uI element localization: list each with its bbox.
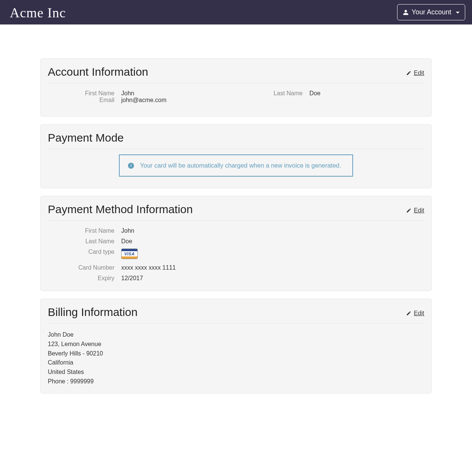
your-account-button[interactable]: Your Account	[397, 4, 465, 20]
payment-mode-panel: Payment Mode i Your card will be automat…	[40, 124, 432, 188]
edit-billing-information-link[interactable]: Edit	[406, 310, 424, 317]
billing-phone: Phone : 9999999	[48, 377, 424, 386]
navbar: Acme Inc Your Account	[0, 0, 472, 24]
pm-last-name-label: Last Name	[48, 238, 121, 245]
billing-state: California	[48, 358, 424, 368]
billing-name: John Doe	[48, 330, 424, 340]
last-name-value: Doe	[309, 90, 320, 97]
pm-last-name-value: Doe	[121, 238, 132, 245]
billing-information-panel: Billing Information Edit John Doe 123, L…	[40, 299, 432, 394]
last-name-label: Last Name	[236, 90, 309, 97]
payment-method-panel: Payment Method Information Edit First Na…	[40, 196, 432, 291]
card-number-value: xxxx xxxx xxxx 1111	[121, 264, 176, 271]
card-type-label: Card type	[48, 249, 121, 261]
email-value: john@acme.com	[121, 97, 166, 104]
first-name-label: First Name	[48, 90, 121, 97]
payment-mode-alert: i Your card will be automatically charge…	[119, 154, 353, 177]
expiry-label: Expiry	[48, 275, 121, 282]
pm-first-name-value: John	[121, 227, 134, 234]
edit-payment-method-link[interactable]: Edit	[406, 207, 424, 214]
billing-city-zip: Beverly Hills - 90210	[48, 349, 424, 359]
billing-country: United States	[48, 368, 424, 377]
caret-down-icon	[456, 12, 460, 14]
brand-logo: Acme Inc	[10, 5, 66, 20]
user-icon	[403, 9, 409, 15]
pencil-icon	[406, 70, 411, 76]
payment-method-title: Payment Method Information	[48, 203, 193, 216]
info-icon: i	[128, 163, 134, 169]
pm-first-name-label: First Name	[48, 227, 121, 234]
card-type-value: VISA	[121, 249, 138, 261]
billing-information-title: Billing Information	[48, 306, 137, 319]
payment-mode-message: Your card will be automatically charged …	[140, 162, 341, 169]
card-number-label: Card Number	[48, 264, 121, 271]
expiry-value: 12/2017	[121, 275, 143, 282]
edit-label: Edit	[414, 310, 424, 317]
edit-account-information-link[interactable]: Edit	[406, 70, 424, 76]
edit-label: Edit	[414, 70, 424, 76]
pencil-icon	[406, 311, 411, 316]
your-account-label: Your Account	[412, 8, 451, 16]
billing-street: 123, Lemon Avenue	[48, 340, 424, 349]
edit-label: Edit	[414, 207, 424, 214]
email-label: Email	[48, 97, 121, 104]
account-information-title: Account Information	[48, 66, 148, 78]
payment-mode-title: Payment Mode	[48, 131, 124, 144]
account-information-panel: Account Information Edit First Name John…	[40, 58, 432, 117]
first-name-value: John	[121, 90, 134, 97]
pencil-icon	[406, 208, 411, 213]
visa-icon: VISA	[121, 249, 138, 259]
